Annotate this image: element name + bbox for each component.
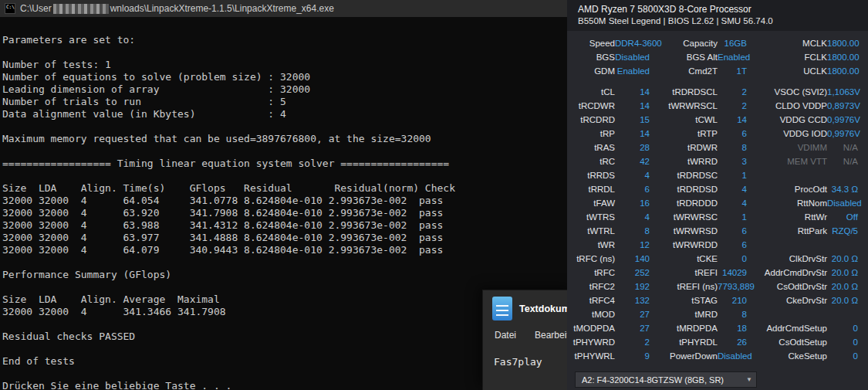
timing-value: 1,1063V <box>827 87 858 97</box>
timing-value: Disabled <box>827 198 858 208</box>
zentimings-header: AMD Ryzen 7 5800X3D 8-Core Processor B55… <box>567 0 868 31</box>
timing-label: tRC <box>567 157 615 166</box>
timing-label: tRP <box>567 129 615 138</box>
timing-value: 6 <box>718 226 747 236</box>
zen-table: SpeedDDR4-3600Capacity16GBMCLK1800.00BGS… <box>567 31 868 363</box>
timing-label: tCL <box>567 87 615 97</box>
timing-value: N/A <box>827 143 858 152</box>
zen-section: SpeedDDR4-3600Capacity16GBMCLK1800.00BGS… <box>567 36 868 78</box>
zen-row: tWR12tWRWRDD6 <box>567 238 868 252</box>
notepad-editor[interactable]: Fas7play <box>483 346 575 390</box>
timing-label: tWTRL <box>567 226 615 236</box>
timing-value: 18 <box>718 324 747 333</box>
timing-label: tMODPDA <box>567 324 615 333</box>
memory-module-dropdown[interactable]: A2: F4-3200C14-8GTZSW (8GB, SR) ▼ <box>575 371 757 388</box>
notepad-titlebar[interactable]: Textdokument <box>483 290 575 327</box>
zen-row: tRFC252tREFI14029AddrCmdDrvStr20.0 Ω <box>567 266 868 280</box>
zentimings-window: AMD Ryzen 7 5800X3D 8-Core Processor B55… <box>567 0 868 390</box>
timing-value: 27 <box>615 310 650 319</box>
timing-label: tWRWRSC <box>650 212 718 222</box>
zen-row: tRFC (ns)140tCKE0ClkDrvStr20.0 Ω <box>567 252 868 266</box>
timing-label: tPHYRDL <box>650 337 718 347</box>
timing-value: 210 <box>718 296 747 305</box>
timing-value: 8 <box>718 310 747 319</box>
zen-row: tWTRL8tWRWRSD6RttParkRZQ/5 <box>567 224 868 238</box>
timing-value: Enabled <box>615 66 650 76</box>
zen-row: tRC42tWRRD3MEM VTTN/A <box>567 154 868 168</box>
terminal-titlebar[interactable]: C:\ C:\User wnloads\LinpackXtreme-1.1.5\… <box>0 0 567 17</box>
timing-value: RZQ/5 <box>827 226 858 236</box>
timing-value: 14029 <box>718 268 747 277</box>
timing-label: tMOD <box>567 310 615 319</box>
timing-value: 0 <box>827 324 858 333</box>
zen-row: SpeedDDR4-3600Capacity16GBMCLK1800.00 <box>567 36 868 50</box>
timing-label: tRFC2 <box>567 282 615 291</box>
motherboard-info: B550M Steel Legend | BIOS L2.62 | SMU 56… <box>578 15 868 27</box>
timing-label: RttPark <box>747 226 827 236</box>
zen-row: tCL14tRDRDSCL2VSOC (SVI2)1,1063V <box>567 85 868 99</box>
timing-label: tPHYWRL <box>567 351 615 361</box>
timing-value: 27 <box>615 324 650 333</box>
memory-module-value: A2: F4-3200C14-8GTZSW (8GB, SR) <box>576 375 742 385</box>
timing-label: tWR <box>567 240 615 249</box>
zen-row: tRFC4132tSTAG210CkeDrvStr20.0 Ω <box>567 293 868 307</box>
terminal-title-suffix: wnloads\LinpackXtreme-1.1.5\LinpackXtrem… <box>110 3 334 14</box>
timing-value: 6 <box>718 240 747 249</box>
timing-label: tRDWR <box>650 143 718 152</box>
timing-value: Enabled <box>718 53 747 62</box>
zen-row: tRP14tRTP6VDDG IOD0,9976V <box>567 127 868 141</box>
zen-row: tMODPDA27tMRDPDA18AddrCmdSetup0 <box>567 321 868 335</box>
timing-value: 14 <box>615 87 650 97</box>
timing-value: 6 <box>615 185 650 194</box>
zen-row: tRAS28tRDWR8VDIMMN/A <box>567 141 868 154</box>
timing-label: CkeDrvStr <box>747 296 827 305</box>
timing-value: 4 <box>615 171 650 180</box>
timing-value: Disabled <box>718 351 747 361</box>
timing-label: Capacity <box>650 39 718 48</box>
timing-label: VSOC (SVI2) <box>747 87 827 97</box>
timing-label: AddrCmdSetup <box>747 324 827 333</box>
timing-label: tSTAG <box>650 296 718 305</box>
menu-item-datei[interactable]: Datei <box>495 330 516 341</box>
timing-label: BGS <box>567 53 615 62</box>
timing-value: 2 <box>718 101 747 110</box>
timing-value: 14 <box>615 101 650 110</box>
timing-label: tMRDPDA <box>650 324 718 333</box>
timing-value: 0,9976V <box>827 129 858 138</box>
timing-value: 20.0 Ω <box>827 282 858 291</box>
timing-value: 9 <box>615 351 650 361</box>
screen: C:\ C:\User wnloads\LinpackXtreme-1.1.5\… <box>0 0 868 390</box>
timing-value: 140 <box>615 254 650 263</box>
timing-label: RttNom <box>747 198 827 208</box>
zen-row: tFAW16tRDRDDD4RttNomDisabled <box>567 196 868 210</box>
timing-value: DDR4-3600 <box>615 39 650 48</box>
zen-row: tRFC2192tREFI (ns)7793,889CsOdtDrvStr20.… <box>567 280 868 293</box>
timing-value: 1800.00 <box>827 66 858 76</box>
timing-label: tRDRDSC <box>650 171 718 180</box>
notepad-window: Textdokument Datei Bearbeiten Fas7play <box>482 290 575 390</box>
timing-value: 1800.00 <box>827 39 858 48</box>
zen-row: tWTRS4tWRWRSC1RttWrOff <box>567 210 868 224</box>
timing-label: CsOdtSetup <box>747 337 827 347</box>
timing-value: 15 <box>615 115 650 124</box>
timing-label: VDDG CCD <box>747 115 827 124</box>
timing-label: VDIMM <box>747 143 827 152</box>
zen-row: tRRDS4tRDRDSC1 <box>567 168 868 182</box>
timing-value: 1 <box>718 212 747 222</box>
timing-label: tWRWRSCL <box>650 101 718 110</box>
timing-value: 28 <box>615 143 650 152</box>
timing-label: tWRRD <box>650 157 718 166</box>
timing-label: Cmd2T <box>650 66 718 76</box>
timing-label: tRRDS <box>567 171 615 180</box>
timing-label: tRCDRD <box>567 115 615 124</box>
timing-label: tRFC (ns) <box>567 254 615 263</box>
timing-label: tRFC <box>567 268 615 277</box>
cpu-name: AMD Ryzen 7 5800X3D 8-Core Processor <box>578 4 868 15</box>
timing-label: CLDO VDDP <box>747 101 827 110</box>
timing-label: ProcOdt <box>747 185 827 194</box>
timing-value: 14 <box>718 115 747 124</box>
notepad-menubar: Datei Bearbeiten <box>483 327 575 346</box>
timing-value: 0 <box>827 337 858 347</box>
timing-value: 0 <box>718 254 747 263</box>
terminal-title: C:\User wnloads\LinpackXtreme-1.1.5\Linp… <box>20 3 334 14</box>
